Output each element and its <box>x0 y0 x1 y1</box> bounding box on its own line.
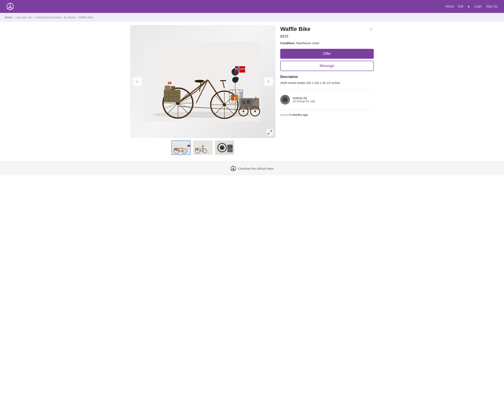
main-content: ‹ › <box>127 22 377 155</box>
posted-info: posted 5 months ago <box>280 113 374 116</box>
condition-label: Condition: <box>280 41 295 45</box>
right-arrow-icon: › <box>268 79 269 84</box>
description-heading: Description <box>280 75 374 79</box>
footer-peace-icon <box>230 166 236 171</box>
details-section: Waffle Bike ☆ $425 Condition: New/Never … <box>280 25 374 155</box>
breadcrumb-current: Waffle Bike <box>79 16 93 19</box>
svg-rect-99 <box>283 100 288 102</box>
bike-image-svg <box>145 36 261 127</box>
seller-avatar-image <box>280 95 290 104</box>
header: About Sell ★ Login Sign Up <box>0 0 504 13</box>
breadcrumb-sep-1: / <box>13 16 14 19</box>
svg-line-103 <box>233 168 235 170</box>
listing-header: Waffle Bike ☆ <box>280 26 374 33</box>
svg-rect-47 <box>168 82 171 84</box>
svg-rect-39 <box>164 90 180 102</box>
next-image-button[interactable]: › <box>264 77 273 86</box>
nav-about[interactable]: About <box>445 5 454 8</box>
avatar-svg <box>280 95 290 104</box>
svg-line-74 <box>179 148 183 148</box>
svg-line-73 <box>177 151 184 151</box>
left-arrow-icon: ‹ <box>136 79 138 84</box>
breadcrumb-city: new york city <box>16 16 32 19</box>
listing-price: $425 <box>280 34 374 38</box>
message-button[interactable]: Message <box>280 61 374 71</box>
fullscreen-button[interactable] <box>266 129 273 136</box>
listing-title: Waffle Bike <box>280 26 311 32</box>
seller-name: andrew (0) <box>293 96 315 100</box>
thumbnail-strip <box>130 140 275 155</box>
svg-rect-58 <box>247 100 250 103</box>
peace-logo-icon <box>6 3 14 10</box>
seller-avatar <box>280 95 290 104</box>
footer-text: Checkout the Github Repo <box>238 167 274 170</box>
svg-point-92 <box>221 147 223 149</box>
header-nav: About Sell ★ Login Sign Up <box>445 5 498 8</box>
svg-line-68 <box>270 131 271 132</box>
svg-rect-36 <box>231 95 234 101</box>
svg-point-55 <box>254 110 256 112</box>
seller-details: andrew (0) 20 listings for sale <box>293 96 315 103</box>
breadcrumb-sep-3: / <box>77 16 78 19</box>
svg-rect-78 <box>188 145 190 147</box>
wishlist-button[interactable]: ☆ <box>368 26 374 33</box>
image-section: ‹ › <box>130 25 275 155</box>
prev-image-button[interactable]: ‹ <box>133 77 142 86</box>
nav-login[interactable]: Login <box>474 5 482 8</box>
listing-condition: Condition: New/Never Used <box>280 41 374 45</box>
thumbnail-2-image <box>193 141 212 154</box>
fullscreen-icon <box>267 130 272 135</box>
thumbnail-3-image <box>215 141 234 154</box>
svg-rect-66 <box>235 69 245 69</box>
svg-rect-44 <box>165 86 171 90</box>
logo[interactable] <box>6 3 14 10</box>
svg-rect-84 <box>196 148 198 150</box>
nav-favorites-icon[interactable]: ★ <box>467 5 470 8</box>
svg-rect-95 <box>231 146 233 147</box>
footer: Checkout the Github Repo <box>0 161 504 175</box>
svg-point-85 <box>202 145 204 147</box>
divider-2 <box>280 110 374 110</box>
svg-line-69 <box>268 133 269 134</box>
thumbnail-3[interactable] <box>215 140 234 155</box>
wishlist-star-icon: ☆ <box>369 27 373 32</box>
description-text: 2008 mixed media 105 x 125 x 29 1/2 inch… <box>280 81 374 85</box>
svg-point-53 <box>243 110 244 112</box>
breadcrumb: Home / new york city / motorcycles/scoot… <box>0 13 504 22</box>
main-image <box>130 25 275 138</box>
svg-line-3 <box>10 6 13 9</box>
svg-rect-37 <box>235 95 238 101</box>
svg-rect-67 <box>239 66 239 73</box>
svg-rect-45 <box>171 86 175 90</box>
nav-sell[interactable]: Sell <box>458 5 463 8</box>
thumbnail-1-image <box>172 141 190 154</box>
nav-signup[interactable]: Sign Up <box>486 5 498 8</box>
thumbnail-1[interactable] <box>171 140 191 155</box>
posted-label: posted <box>280 113 289 116</box>
divider-1 <box>280 89 374 90</box>
seller-listings: 20 listings for sale <box>293 100 315 103</box>
breadcrumb-sep-2: / <box>33 16 34 19</box>
seller-info: andrew (0) 20 listings for sale <box>280 93 374 107</box>
main-image-container: ‹ › <box>130 25 275 138</box>
condition-value: New/Never Used <box>296 41 319 45</box>
posted-time: 5 months ago <box>289 113 308 116</box>
thumbnail-2[interactable] <box>193 140 212 155</box>
offer-button[interactable]: Offer <box>280 49 374 59</box>
svg-line-102 <box>231 168 233 170</box>
svg-point-26 <box>195 80 204 83</box>
breadcrumb-home[interactable]: Home <box>5 16 12 19</box>
svg-line-2 <box>7 6 10 9</box>
breadcrumb-category: motorcycles/scooters - by dealer <box>35 16 76 19</box>
svg-rect-94 <box>228 146 230 147</box>
svg-rect-76 <box>174 148 177 151</box>
